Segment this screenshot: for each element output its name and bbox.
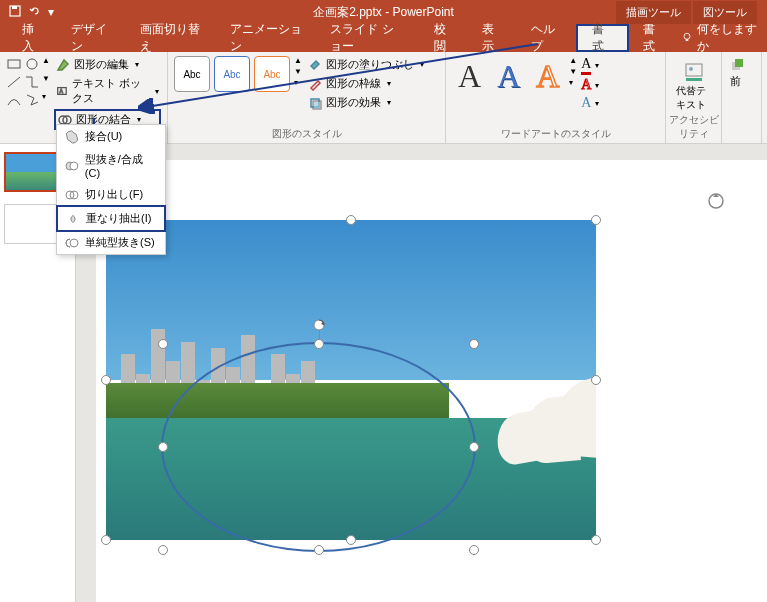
svg-rect-3 (686, 39, 689, 41)
style-preset-2[interactable]: Abc (214, 56, 250, 92)
styles-gallery-up-icon[interactable]: ▲ (294, 56, 302, 65)
tab-review[interactable]: 校閲 (420, 24, 469, 52)
oval-handle-tl[interactable] (158, 339, 168, 349)
tab-format-drawing[interactable]: 書式 (576, 24, 629, 52)
svg-line-6 (8, 77, 20, 87)
combine-icon (65, 159, 79, 173)
text-effects-icon: A (581, 95, 591, 111)
oval-handle-b[interactable] (314, 545, 324, 555)
text-box-menu[interactable]: A テキスト ボックス▾ (54, 75, 161, 107)
freeform-shape-icon[interactable] (24, 92, 40, 108)
shape-fill-menu[interactable]: 図形の塗りつぶし▾ (306, 56, 426, 73)
picture-rotate-handle[interactable] (707, 192, 725, 213)
style-preset-1[interactable]: Abc (174, 56, 210, 92)
wordart-preset-3[interactable]: A (530, 56, 565, 97)
text-box-icon: A (56, 84, 68, 98)
oval-handle-br[interactable] (469, 545, 479, 555)
svg-rect-15 (686, 78, 702, 81)
rect-shape-icon[interactable] (6, 56, 22, 72)
inserted-image[interactable] (106, 220, 596, 540)
oval-handle-r[interactable] (469, 442, 479, 452)
subtract-icon (65, 236, 79, 250)
edit-shape-menu[interactable]: 図形の編集▾ (54, 56, 161, 73)
text-effects-menu[interactable]: A▾ (581, 95, 599, 111)
svg-rect-1 (12, 6, 17, 9)
tab-insert[interactable]: 挿入 (8, 24, 57, 52)
group-label-accessibility: アクセシビリティ (666, 113, 721, 141)
slide-edit-area[interactable] (76, 144, 767, 602)
curve-shape-icon[interactable] (6, 92, 22, 108)
styles-gallery-down-icon[interactable]: ▼ (294, 67, 302, 76)
circle-shape-icon[interactable] (24, 56, 40, 72)
svg-point-19 (70, 162, 78, 170)
merge-subtract[interactable]: 単純型抜き(S) (57, 231, 165, 254)
style-preset-3[interactable]: Abc (254, 56, 290, 92)
svg-point-14 (689, 67, 693, 71)
tab-format-picture[interactable]: 書式 (629, 24, 678, 52)
tab-transition[interactable]: 画面切り替え (126, 24, 216, 52)
wordart-preset-1[interactable]: A (452, 56, 487, 97)
line-shape-icon[interactable] (6, 74, 22, 90)
resize-handle-t[interactable] (346, 215, 356, 225)
fragment-icon (65, 188, 79, 202)
shape-effects-menu[interactable]: 図形の効果▾ (306, 94, 426, 111)
oval-handle-bl[interactable] (158, 545, 168, 555)
oval-handle-t[interactable] (314, 339, 324, 349)
resize-handle-l[interactable] (101, 375, 111, 385)
wordart-gallery-down-icon[interactable]: ▼ (569, 67, 577, 76)
alt-text-button[interactable]: 代替テキスト (672, 56, 715, 116)
gallery-up-icon[interactable]: ▲ (42, 56, 50, 72)
edit-shape-icon (56, 58, 70, 72)
bring-front-menu[interactable]: 前 (728, 56, 755, 91)
ribbon-tabs: 挿入 デザイン 画面切り替え アニメーション スライド ショー 校閲 表示 ヘル… (0, 24, 767, 52)
tab-animation[interactable]: アニメーション (216, 24, 316, 52)
bring-front-icon (730, 58, 744, 72)
svg-rect-17 (735, 59, 743, 67)
wordart-gallery-more-icon[interactable]: ▾ (569, 78, 577, 87)
wordart-gallery-up-icon[interactable]: ▲ (569, 56, 577, 65)
qat-dropdown-icon[interactable]: ▾ (48, 5, 54, 19)
tab-help[interactable]: ヘルプ (517, 24, 576, 52)
tab-slideshow[interactable]: スライド ショー (316, 24, 419, 52)
merge-fragment[interactable]: 切り出し(F) (57, 183, 165, 206)
lightbulb-icon (681, 31, 693, 45)
intersect-icon (66, 212, 80, 226)
tell-me[interactable]: 何をしますか (681, 21, 759, 55)
elbow-shape-icon[interactable] (24, 74, 40, 90)
wordart-preset-2[interactable]: A (491, 56, 526, 97)
title-bar: ▾ 企画案2.pptx - PowerPoint 描画ツール 図ツール (0, 0, 767, 24)
resize-handle-bl[interactable] (101, 535, 111, 545)
resize-handle-tr[interactable] (591, 215, 601, 225)
styles-gallery-more-icon[interactable]: ▾ (294, 78, 302, 87)
undo-icon[interactable] (28, 4, 42, 21)
merge-union[interactable]: 接合(U) (57, 125, 165, 148)
slide-canvas[interactable] (96, 160, 767, 602)
resize-handle-r[interactable] (591, 375, 601, 385)
oval-shape[interactable] (161, 342, 476, 552)
oval-handle-l[interactable] (158, 442, 168, 452)
drawing-tools-tab[interactable]: 描画ツール (616, 1, 691, 24)
gallery-more-icon[interactable]: ▾ (42, 92, 46, 108)
svg-rect-4 (8, 60, 20, 68)
save-icon[interactable] (8, 4, 22, 21)
window-title: 企画案2.pptx - PowerPoint (313, 4, 454, 21)
tab-design[interactable]: デザイン (57, 24, 126, 52)
effects-icon (308, 96, 322, 110)
resize-handle-br[interactable] (591, 535, 601, 545)
oval-handle-tr[interactable] (469, 339, 479, 349)
merge-combine[interactable]: 型抜き/合成(C) (57, 148, 165, 183)
picture-tools-tab[interactable]: 図ツール (693, 1, 757, 24)
svg-point-2 (684, 33, 690, 39)
merge-intersect[interactable]: 重なり抽出(I) (56, 205, 166, 232)
oval-rotate-handle[interactable] (312, 318, 326, 332)
text-fill-menu[interactable]: A▾ (581, 56, 599, 75)
paint-bucket-icon (308, 58, 322, 72)
svg-point-5 (27, 59, 37, 69)
tab-view[interactable]: 表示 (468, 24, 517, 52)
text-fill-icon: A (581, 56, 591, 75)
shape-outline-menu[interactable]: 図形の枠線▾ (306, 75, 426, 92)
gallery-down-icon[interactable]: ▼ (42, 74, 50, 90)
text-outline-icon: A (581, 77, 591, 93)
svg-rect-13 (686, 64, 702, 76)
text-outline-menu[interactable]: A▾ (581, 77, 599, 93)
